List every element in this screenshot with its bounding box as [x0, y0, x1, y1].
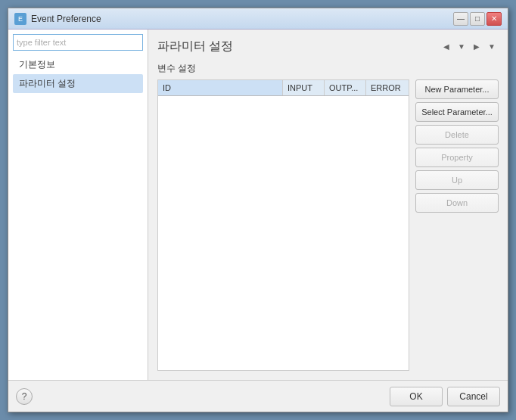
- footer-left: ?: [16, 388, 33, 405]
- nav-forward-dropdown-button[interactable]: ▼: [485, 40, 499, 54]
- minimize-button[interactable]: —: [453, 12, 468, 26]
- footer-right: OK Cancel: [390, 387, 500, 406]
- panel-header: 파라미터 설정 ◀ ▼ ▶ ▼: [157, 39, 499, 54]
- cancel-button[interactable]: Cancel: [447, 387, 500, 406]
- col-header-input: INPUT: [283, 80, 325, 95]
- section-label: 변수 설정: [157, 62, 499, 75]
- col-header-id: ID: [158, 80, 283, 95]
- nav-back-button[interactable]: ◀: [440, 40, 453, 54]
- footer: ? OK Cancel: [8, 380, 508, 412]
- title-bar-left: E Event Preference: [14, 13, 101, 25]
- delete-button[interactable]: Delete: [415, 125, 499, 145]
- maximize-button[interactable]: □: [470, 12, 485, 26]
- help-button[interactable]: ?: [16, 388, 33, 405]
- title-bar: E Event Preference — □ ✕: [8, 8, 508, 30]
- nav-buttons: ◀ ▼ ▶ ▼: [440, 40, 499, 54]
- property-button[interactable]: Property: [415, 148, 499, 167]
- panel-title: 파라미터 설정: [157, 39, 233, 54]
- title-buttons: — □ ✕: [453, 12, 502, 26]
- parameter-table: ID INPUT OUTP... ERROR: [157, 79, 409, 371]
- action-buttons-panel: New Parameter... Select Parameter... Del…: [415, 79, 499, 371]
- window-title: Event Preference: [31, 14, 101, 24]
- down-button[interactable]: Down: [415, 193, 499, 213]
- col-header-error: ERROR: [366, 80, 408, 95]
- panel-body: ID INPUT OUTP... ERROR New Parameter... …: [157, 79, 499, 371]
- table-header: ID INPUT OUTP... ERROR: [158, 80, 409, 96]
- main-panel: 파라미터 설정 ◀ ▼ ▶ ▼ 변수 설정 ID INPUT OUTP... E…: [148, 30, 508, 380]
- select-parameter-button[interactable]: Select Parameter...: [415, 102, 499, 122]
- content-area: 기본정보 파라미터 설정 파라미터 설정 ◀ ▼ ▶ ▼ 변수 설정 ID: [8, 30, 508, 380]
- col-header-output: OUTP...: [325, 80, 366, 95]
- up-button[interactable]: Up: [415, 170, 499, 190]
- table-body: [158, 96, 409, 370]
- main-window: E Event Preference — □ ✕ 기본정보 파라미터 설정 파라…: [8, 8, 508, 412]
- sidebar-item-basic-info[interactable]: 기본정보: [13, 55, 143, 74]
- window-icon: E: [14, 13, 26, 25]
- filter-input[interactable]: [13, 34, 143, 51]
- close-button[interactable]: ✕: [486, 12, 502, 26]
- sidebar-item-parameter-settings[interactable]: 파라미터 설정: [13, 74, 143, 93]
- nav-forward-button[interactable]: ▶: [470, 40, 483, 54]
- new-parameter-button[interactable]: New Parameter...: [415, 79, 499, 99]
- sidebar: 기본정보 파라미터 설정: [8, 30, 148, 380]
- nav-dropdown-button[interactable]: ▼: [455, 40, 468, 54]
- ok-button[interactable]: OK: [390, 387, 443, 406]
